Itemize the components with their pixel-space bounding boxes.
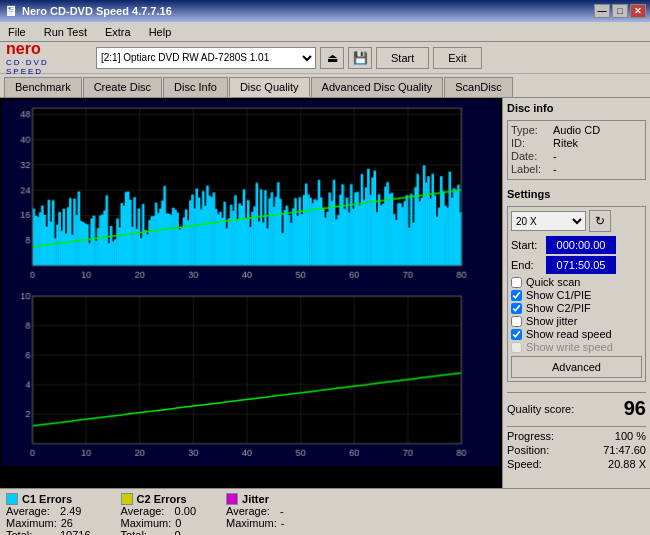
jitter-avg-row: Average: - [226,505,284,517]
c2-max-label: Maximum: [121,517,172,529]
disc-id-label: ID: [511,137,549,149]
jitter-label: Jitter [242,493,269,505]
tab-disc-info[interactable]: Disc Info [163,77,228,97]
show-c1-label: Show C1/PIE [526,289,591,301]
main-area: Disc info Type: Audio CD ID: Ritek Date:… [0,98,650,488]
quick-scan-label: Quick scan [526,276,580,288]
tab-advanced-disc-quality[interactable]: Advanced Disc Quality [311,77,444,97]
c2-max-row: Maximum: 0 [121,517,196,529]
advanced-button[interactable]: Advanced [511,356,642,378]
c2-avg-value: 0.00 [175,505,196,517]
c2-chart [2,288,500,466]
position-value: 71:47.60 [603,444,646,456]
c1-stats: C1 Errors Average: 2.49 Maximum: 26 Tota… [6,493,91,535]
speed-label: Speed: [507,458,542,470]
c1-total-value: 10716 [60,529,91,535]
jitter-color-box [226,493,238,505]
eject-icon-btn[interactable]: ⏏ [320,47,344,69]
menu-file[interactable]: File [4,24,30,40]
disc-type-label: Type: [511,124,549,136]
disc-type-row: Type: Audio CD [511,124,642,136]
jitter-max-label: Maximum: [226,517,277,529]
speed-value: 20.88 X [608,458,646,470]
tab-create-disc[interactable]: Create Disc [83,77,162,97]
c1-avg-row: Average: 2.49 [6,505,91,517]
nero-logo: nero CD·DVD SPEED [6,40,88,76]
c2-avg-row: Average: 0.00 [121,505,196,517]
jitter-stats: Jitter Average: - Maximum: - [226,493,284,535]
save-icon-btn[interactable]: 💾 [348,47,372,69]
quality-score-row: Quality score: 96 [507,392,646,420]
c1-total-label: Total: [6,529,56,535]
disc-date-label: Date: [511,150,549,162]
menu-extra[interactable]: Extra [101,24,135,40]
c1-max-value: 26 [61,517,73,529]
show-c1-checkbox[interactable] [511,290,522,301]
speed-row: Speed: 20.88 X [507,458,646,470]
tab-disc-quality[interactable]: Disc Quality [229,77,310,97]
c2-label: C2 Errors [137,493,187,505]
right-panel: Disc info Type: Audio CD ID: Ritek Date:… [502,98,650,488]
start-time-row: Start: 000:00.00 [511,236,642,254]
menu-run-test[interactable]: Run Test [40,24,91,40]
end-time-input[interactable]: 071:50.05 [546,256,616,274]
c2-total-row: Total: 0 [121,529,196,535]
cd-dvd-speed-text: CD·DVD SPEED [6,58,88,76]
nero-logo-text: nero [6,40,41,58]
show-c2-checkbox[interactable] [511,303,522,314]
show-c2-label: Show C2/PIF [526,302,591,314]
title-bar-controls[interactable]: — □ ✕ [594,4,646,18]
progress-section: Progress: 100 % Position: 71:47.60 Speed… [507,426,646,472]
start-button[interactable]: Start [376,47,429,69]
disc-date-value: - [553,150,557,162]
show-jitter-label: Show jitter [526,315,577,327]
show-write-speed-checkbox [511,342,522,353]
jitter-max-value: - [281,517,285,529]
progress-label: Progress: [507,430,554,442]
drive-select[interactable]: [2:1] Optiarc DVD RW AD-7280S 1.01 [96,47,316,69]
maximize-btn[interactable]: □ [612,4,628,18]
start-time-label: Start: [511,239,543,251]
menu-bar: File Run Test Extra Help [0,22,650,42]
end-time-row: End: 071:50.05 [511,256,642,274]
c1-max-label: Maximum: [6,517,57,529]
c2-stats: C2 Errors Average: 0.00 Maximum: 0 Total… [121,493,196,535]
c1-total-row: Total: 10716 [6,529,91,535]
c2-color-box [121,493,133,505]
c1-chart [2,100,500,288]
c2-avg-label: Average: [121,505,171,517]
jitter-avg-value: - [280,505,284,517]
c2-stats-title: C2 Errors [121,493,196,505]
window-title: Nero CD-DVD Speed 4.7.7.16 [22,5,172,17]
menu-help[interactable]: Help [145,24,176,40]
speed-select[interactable]: 20 X Max 1 X 2 X 4 X 8 X 16 X 24 X 32 X … [511,211,586,231]
c1-label: C1 Errors [22,493,72,505]
disc-type-value: Audio CD [553,124,600,136]
close-btn[interactable]: ✕ [630,4,646,18]
c1-color-box [6,493,18,505]
stats-bar: C1 Errors Average: 2.49 Maximum: 26 Tota… [0,488,650,535]
tab-scan-disc[interactable]: ScanDisc [444,77,512,97]
disc-label-label: Label: [511,163,549,175]
tab-benchmark[interactable]: Benchmark [4,77,82,97]
title-bar: 🖥 Nero CD-DVD Speed 4.7.7.16 — □ ✕ [0,0,650,22]
position-label: Position: [507,444,549,456]
quick-scan-checkbox[interactable] [511,277,522,288]
show-read-speed-row: Show read speed [511,328,642,340]
c1-max-row: Maximum: 26 [6,517,91,529]
start-time-input[interactable]: 000:00.00 [546,236,616,254]
minimize-btn[interactable]: — [594,4,610,18]
show-read-speed-checkbox[interactable] [511,329,522,340]
position-row: Position: 71:47.60 [507,444,646,456]
quick-scan-row: Quick scan [511,276,642,288]
disc-label-value: - [553,163,557,175]
show-c1-row: Show C1/PIE [511,289,642,301]
refresh-icon-btn[interactable]: ↻ [589,210,611,232]
show-jitter-checkbox[interactable] [511,316,522,327]
progress-row: Progress: 100 % [507,430,646,442]
tabs-bar: Benchmark Create Disc Disc Info Disc Qua… [0,74,650,98]
c1-avg-value: 2.49 [60,505,81,517]
exit-button[interactable]: Exit [433,47,481,69]
disc-date-row: Date: - [511,150,642,162]
jitter-max-row: Maximum: - [226,517,284,529]
